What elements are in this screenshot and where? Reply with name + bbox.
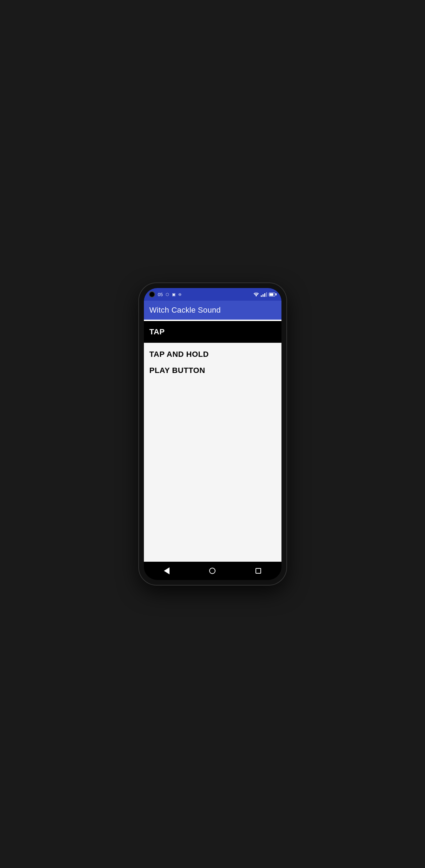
tap-label: TAP [150,327,165,336]
play-button-item[interactable]: PLAY BUTTON [150,366,276,375]
home-icon [209,568,215,574]
phone-device: 05 ⬡ ▣ ⊖ [139,283,286,585]
recents-icon [255,568,261,574]
tap-and-hold-item[interactable]: TAP AND HOLD [150,350,276,359]
nav-back-button[interactable] [160,564,174,578]
back-icon [164,567,170,574]
app-title: Witch Cackle Sound [150,306,221,314]
sim-icon: ▣ [172,292,175,297]
main-content: TAP AND HOLD PLAY BUTTON [144,343,281,562]
nav-bar [144,562,281,580]
signal-icon [261,292,267,297]
tap-section[interactable]: TAP [144,321,281,343]
svg-point-0 [255,296,256,296]
location-icon: ⬡ [166,292,169,297]
nav-recents-button[interactable] [251,564,265,578]
camera-dot [149,291,155,298]
battery-icon [269,293,277,296]
status-time: 05 [158,292,163,297]
status-left: 05 ⬡ ▣ ⊖ [149,291,181,298]
phone-screen: 05 ⬡ ▣ ⊖ [144,288,281,580]
app-toolbar: Witch Cackle Sound [144,301,281,320]
status-icons-right [253,292,277,297]
nfc-icon: ⊖ [178,292,181,297]
status-bar: 05 ⬡ ▣ ⊖ [144,288,281,301]
wifi-icon [253,292,259,296]
nav-home-button[interactable] [205,564,219,578]
